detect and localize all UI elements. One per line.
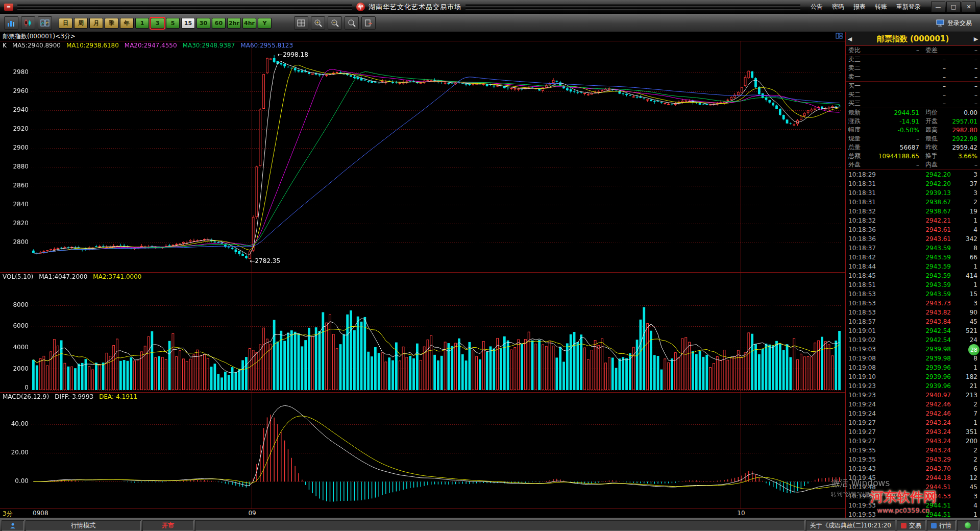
macd-canvas[interactable] [0, 393, 845, 509]
volume-canvas[interactable] [0, 273, 845, 392]
search-icon[interactable] [345, 16, 359, 30]
kline-canvas[interactable] [0, 41, 845, 272]
connection-dot-icon [965, 522, 971, 528]
xaxis: 3分 0908 0910 [0, 509, 845, 518]
main-menu-icon[interactable]: ≡ [4, 4, 13, 11]
period-button-15[interactable]: 15 [181, 18, 195, 29]
period-button-日[interactable]: 日 [59, 18, 72, 29]
period-button-3[interactable]: 3 [151, 18, 164, 29]
tick-row: 10:18:372943.598 [846, 244, 980, 253]
quote-row: 买三–– [846, 99, 980, 108]
period-button-30[interactable]: 30 [197, 18, 210, 29]
period-button-周[interactable]: 周 [74, 18, 88, 29]
panel-toggle-icon[interactable] [836, 33, 843, 40]
tick-row: 10:18:512943.591 [846, 280, 980, 289]
link-transfer[interactable]: 转账 [875, 3, 887, 11]
quote-button[interactable]: 行情 [927, 520, 955, 531]
tick-row: 10:19:532944.511 [846, 510, 980, 518]
period-button-1[interactable]: 1 [135, 18, 149, 29]
quote-row: 现量–最低2922.98 [846, 134, 980, 143]
tick-row: 10:18:452943.59414 [846, 271, 980, 280]
close-button[interactable]: ✕ [962, 2, 976, 12]
tick-row: 10:19:272943.24351 [846, 427, 980, 437]
period-button-4hr[interactable]: 4hr [242, 18, 256, 29]
period-button-5[interactable]: 5 [166, 18, 180, 29]
user-icon[interactable] [2, 520, 24, 531]
quote-symbol-title: 邮票指数 (000001) [854, 34, 972, 44]
quote-panel: ◀ 邮票指数 (000001) ▶ 委比–委差–卖三––卖二––卖一––买一––… [846, 32, 980, 518]
next-symbol-arrow[interactable]: ▶ [972, 36, 980, 42]
quote-row: 买二–– [846, 90, 980, 99]
tick-list[interactable]: 28 10:18:292942.20310:18:312942.203710:1… [846, 169, 980, 518]
quote-row: 买一–– [846, 81, 980, 90]
zoom-out-icon[interactable] [328, 16, 342, 30]
symbol-label: 邮票指数(000001)<3分> [3, 32, 76, 41]
market-status: 开市 [142, 520, 193, 531]
quote-row: 涨跌-14.91开盘2957.01 [846, 117, 980, 126]
multi-chart-icon[interactable] [38, 16, 52, 30]
period-button-Y[interactable]: Y [258, 18, 272, 29]
quote-row: 总量56687昨收2959.42 [846, 143, 980, 152]
period-buttons: 日周月季年1351530602hr4hrY [59, 18, 272, 29]
period-button-月[interactable]: 月 [89, 18, 103, 29]
period-label: 3分 [3, 510, 13, 518]
link-relogin[interactable]: 重新登录 [896, 3, 921, 11]
link-password[interactable]: 密码 [832, 3, 844, 11]
period-button-季[interactable]: 季 [105, 18, 118, 29]
toolbar: 日周月季年1351530602hr4hrY 登录交易 [0, 14, 980, 32]
tick-row: 10:18:312939.133 [846, 188, 980, 198]
status-bar: 行情模式 开市 关于《成语典故(二)10:21:20 交易 行情 [0, 518, 980, 531]
period-button-2hr[interactable]: 2hr [227, 18, 241, 29]
tick-row: 10:18:362943.61342 [846, 234, 980, 244]
link-reports[interactable]: 报表 [853, 3, 866, 11]
tick-row: 10:19:082939.961 [846, 363, 980, 372]
tick-row: 10:19:532944.514 [846, 501, 980, 510]
notification-badge[interactable]: 28 [968, 344, 979, 355]
quote-row: 卖二–– [846, 64, 980, 73]
prev-symbol-arrow[interactable]: ◀ [846, 36, 854, 42]
mode-segment: 行情模式 [26, 520, 141, 531]
tick-row: 10:19:082939.988 [846, 354, 980, 363]
tick-row: 10:18:442943.591 [846, 262, 980, 271]
tick-row: 10:18:322938.6719 [846, 207, 980, 216]
titlebar-groove-right [465, 4, 800, 10]
quote-row: 外盘–内盘– [846, 160, 980, 169]
zoom-in-icon[interactable] [311, 16, 325, 30]
connection-status[interactable] [957, 520, 978, 531]
maximize-button[interactable]: □ [946, 2, 961, 12]
xaxis-label-10: 10 [737, 510, 745, 517]
statusbar-spacer [195, 520, 804, 531]
tick-row: 10:18:422943.5966 [846, 253, 980, 262]
tick-row: 10:19:032939.9832 [846, 345, 980, 354]
minimize-button[interactable]: — [931, 2, 945, 12]
news-ticker: 关于《成语典故(二)10:21:20 [806, 520, 895, 531]
macd-pane: MACD(26,12,9) DIFF:-3.9993 DEA:-4.1911 [0, 392, 845, 509]
tick-row: 10:19:242942.462 [846, 400, 980, 409]
time-chart-icon[interactable] [4, 16, 18, 30]
period-button-年[interactable]: 年 [120, 18, 134, 29]
tick-row: 10:18:312938.672 [846, 198, 980, 207]
tick-row: 10:18:532943.5915 [846, 289, 980, 299]
login-trade-button[interactable]: 登录交易 [936, 19, 976, 28]
titlebar: ≡ 华 湖南华艺文化艺术品交易市场 公告 密码 报表 转账 重新登录 — □ ✕ [0, 0, 980, 14]
tick-row: 10:19:272943.241 [846, 418, 980, 427]
tick-row: 10:18:292942.203 [846, 170, 980, 179]
tick-row: 10:18:312942.2037 [846, 179, 980, 188]
period-button-60[interactable]: 60 [212, 18, 226, 29]
xaxis-label-first: 0908 [33, 510, 48, 517]
app-logo-icon: 华 [356, 3, 365, 11]
tick-row: 10:19:502944.533 [846, 492, 980, 501]
kline-chart-icon[interactable] [21, 16, 35, 30]
tick-row: 10:19:272943.24200 [846, 437, 980, 446]
link-announcement[interactable]: 公告 [811, 3, 823, 11]
tick-row: 10:19:352943.292 [846, 455, 980, 464]
quote-row: 委比–委差– [846, 46, 980, 55]
tick-row: 10:19:102939.96182 [846, 372, 980, 381]
tick-row: 10:18:572943.8445 [846, 317, 980, 326]
export-icon[interactable] [361, 16, 376, 30]
tick-row: 10:19:022942.5424 [846, 335, 980, 345]
layout-icon[interactable] [294, 16, 308, 30]
xaxis-label-09: 09 [248, 510, 256, 517]
tick-row: 10:19:232940.97213 [846, 391, 980, 400]
trade-button[interactable]: 交易 [897, 520, 925, 531]
